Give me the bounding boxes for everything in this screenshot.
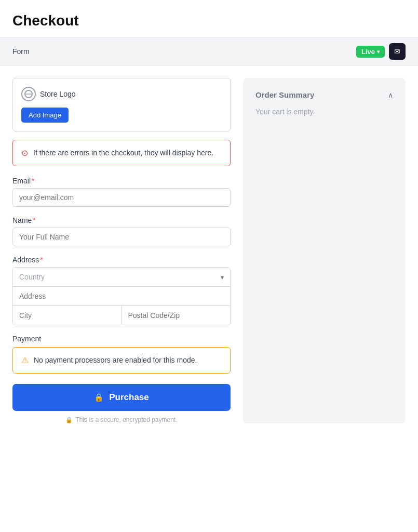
checkout-form-column: Store Logo Add Image ⊙ If there are erro… [12, 78, 231, 423]
order-summary-column: Order Summary ∧ Your cart is empty. [243, 78, 406, 423]
name-field-group: Name* [12, 216, 231, 246]
notification-button[interactable]: ✉ [389, 43, 406, 60]
lock-icon: 🔒 [94, 393, 104, 402]
toolbar-right: Live ▾ ✉ [356, 43, 406, 60]
name-label: Name* [12, 216, 231, 224]
order-summary-title: Order Summary [255, 90, 314, 99]
zip-input[interactable] [122, 306, 231, 325]
main-content: Store Logo Add Image ⊙ If there are erro… [0, 65, 418, 436]
store-logo-icon [21, 87, 36, 101]
required-star: * [32, 177, 34, 185]
country-select[interactable]: Country [13, 268, 230, 287]
warning-icon: ⚠ [21, 355, 29, 365]
payment-label: Payment [12, 335, 231, 343]
error-message: If there are errors in the checkout, the… [33, 148, 213, 158]
add-image-button[interactable]: Add Image [21, 108, 69, 123]
error-box: ⊙ If there are errors in the checkout, t… [12, 140, 231, 166]
secure-text: 🔒 This is a secure, encrypted payment. [12, 416, 231, 423]
store-logo-box: Store Logo Add Image [12, 78, 231, 131]
chevron-down-icon: ▾ [377, 49, 380, 55]
city-zip-row [13, 306, 230, 325]
country-select-wrapper: Country ▾ [13, 268, 230, 287]
page-title: Checkout [12, 12, 406, 29]
order-summary-header: Order Summary ∧ [255, 90, 393, 99]
email-field-group: Email* [12, 177, 231, 207]
email-input[interactable] [12, 188, 231, 207]
store-logo-header: Store Logo [21, 87, 222, 101]
name-input[interactable] [12, 228, 231, 246]
secure-lock-icon: 🔒 [65, 417, 73, 423]
required-star-address: * [40, 256, 43, 264]
page-header: Checkout [0, 0, 418, 38]
payment-section: Payment ⚠ No payment processors are enab… [12, 335, 231, 374]
address-fields-container: Country ▾ [12, 267, 231, 325]
order-summary-chevron-icon[interactable]: ∧ [388, 91, 393, 99]
address-field-group: Address* Country ▾ [12, 256, 231, 325]
order-summary-empty-text: Your cart is empty. [255, 108, 393, 116]
address-input[interactable] [13, 287, 230, 306]
purchase-label: Purchase [109, 392, 149, 403]
mail-icon: ✉ [394, 47, 400, 56]
toolbar: Form Live ▾ ✉ [0, 38, 418, 65]
purchase-button[interactable]: 🔒 Purchase [12, 384, 231, 411]
secure-encrypted-text: This is a secure, encrypted payment. [75, 416, 177, 423]
address-label: Address* [12, 256, 231, 264]
live-label: Live [361, 48, 375, 56]
email-label: Email* [12, 177, 231, 185]
required-star-name: * [33, 216, 35, 224]
toolbar-form-label: Form [12, 47, 30, 56]
city-input[interactable] [13, 306, 122, 325]
error-icon: ⊙ [21, 148, 28, 158]
payment-warning-box: ⚠ No payment processors are enabled for … [12, 347, 231, 374]
live-badge[interactable]: Live ▾ [356, 46, 385, 58]
store-logo-text: Store Logo [40, 90, 76, 98]
payment-warning-text: No payment processors are enabled for th… [34, 355, 197, 366]
